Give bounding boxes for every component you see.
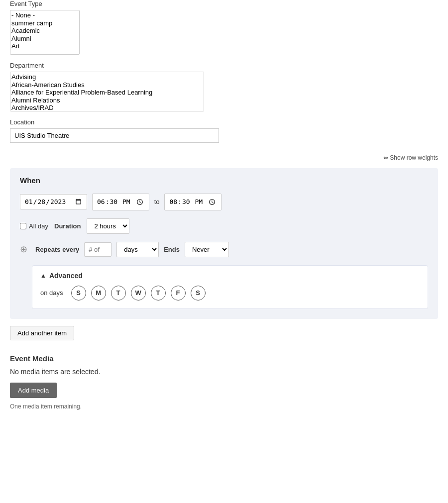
location-label: Location <box>10 118 438 126</box>
department-option: African-American Studies <box>11 81 203 89</box>
day-friday[interactable]: F <box>171 286 186 301</box>
department-label: Department <box>10 62 438 69</box>
event-media-section: Event Media No media items are selected.… <box>10 354 438 410</box>
show-row-weights[interactable]: ⇔ Show row weights <box>10 151 438 164</box>
advanced-header[interactable]: ▲ Advanced <box>40 272 420 280</box>
event-type-option: - None - <box>11 11 78 19</box>
all-day-label[interactable]: All day <box>20 222 48 230</box>
event-type-option: summer camp <box>11 19 78 27</box>
chevron-up-icon: ▲ <box>40 272 46 279</box>
event-type-option: Alumni <box>11 35 78 43</box>
add-media-button[interactable]: Add media <box>10 383 57 398</box>
no-media-text: No media items are selected. <box>10 368 438 376</box>
day-sunday[interactable]: S <box>71 286 86 301</box>
repeat-number-input[interactable] <box>84 242 112 257</box>
department-select[interactable]: Advising African-American Studies Allian… <box>10 72 204 111</box>
event-type-select[interactable]: - None - summer camp Academic Alumni Art <box>10 10 80 55</box>
date-input[interactable] <box>20 194 87 209</box>
day-wednesday[interactable]: W <box>131 286 146 301</box>
duration-label: Duration <box>54 222 81 230</box>
department-option: Alumni Relations <box>11 97 203 104</box>
days-select[interactable]: days weeks months <box>116 242 159 257</box>
when-section: When to All day Duration 2 hours 1 hour … <box>10 168 438 319</box>
department-section: Department Advising African-American Stu… <box>10 62 438 111</box>
event-type-label: Event Type <box>10 0 438 7</box>
event-type-option: Academic <box>11 27 78 35</box>
duration-select[interactable]: 2 hours 1 hour 3 hours 4 hours <box>87 218 129 234</box>
department-option: Alliance for Experiential Problem-Based … <box>11 89 203 97</box>
event-type-option: Art <box>11 42 78 50</box>
drag-handle-icon[interactable]: ⊕ <box>20 244 27 255</box>
event-type-section: Event Type - None - summer camp Academic… <box>10 0 438 55</box>
ends-label: Ends <box>164 246 180 253</box>
on-days-label: on days <box>40 289 63 297</box>
on-days-row: on days S M T W T F S <box>40 286 420 301</box>
all-day-checkbox[interactable] <box>20 223 26 229</box>
show-row-weights-link[interactable]: ⇔ Show row weights <box>383 154 438 161</box>
advanced-box: ▲ Advanced on days S M T W T F S <box>32 265 428 309</box>
day-thursday[interactable]: T <box>151 286 166 301</box>
repeats-every-label: Repeats every <box>35 246 79 253</box>
department-option: Archives/IRAD <box>11 104 203 111</box>
when-title: When <box>20 176 428 185</box>
allday-duration-row: All day Duration 2 hours 1 hour 3 hours … <box>20 218 428 234</box>
start-time-input[interactable] <box>92 194 149 210</box>
location-input[interactable] <box>10 128 219 143</box>
to-label: to <box>154 198 160 205</box>
end-time-input[interactable] <box>164 194 222 210</box>
add-another-item-button[interactable]: Add another item <box>10 326 74 340</box>
event-media-title: Event Media <box>10 354 438 363</box>
repeats-row: ⊕ Repeats every days weeks months Ends N… <box>20 242 428 257</box>
repeats-row-inner: Repeats every days weeks months Ends Nev… <box>35 242 229 257</box>
location-section: Location <box>10 118 438 143</box>
media-remaining-text: One media item remaining. <box>10 403 438 410</box>
day-monday[interactable]: M <box>91 286 106 301</box>
all-day-text: All day <box>29 222 48 230</box>
never-select[interactable]: Never After On date <box>185 242 229 257</box>
day-tuesday[interactable]: T <box>111 286 126 301</box>
advanced-title: Advanced <box>49 272 83 280</box>
department-option: Advising <box>11 73 203 81</box>
date-time-row: to <box>20 194 428 210</box>
day-saturday[interactable]: S <box>191 286 206 301</box>
